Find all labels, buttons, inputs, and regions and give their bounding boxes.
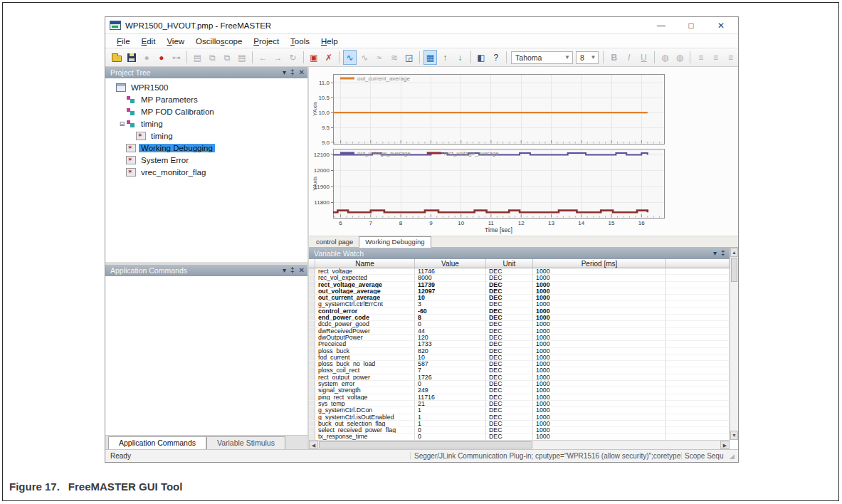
copy-icon[interactable]: ⧉	[205, 50, 219, 65]
tree-expander-icon[interactable]: ⊟	[118, 120, 126, 127]
row-selector[interactable]	[309, 315, 315, 321]
table-row[interactable]: ploss_buck820DEC1000	[309, 348, 730, 355]
row-selector[interactable]	[309, 335, 315, 341]
chevron-down-icon[interactable]: ▼	[560, 54, 570, 61]
menu-item-view[interactable]: View	[161, 36, 190, 47]
scroll-down-icon[interactable]: ▼	[730, 431, 738, 440]
tree-item-mp-parameters[interactable]: MP Parameters	[108, 93, 307, 105]
tree-item-vrec-monitor-flag[interactable]: vrec_monitor_flag	[108, 166, 307, 178]
row-selector[interactable]	[309, 387, 315, 394]
table-row[interactable]: system_error0DEC1000	[309, 381, 730, 387]
table-row[interactable]: g_systemCtrl.DCon1DEC1000	[309, 407, 730, 414]
menu-item-help[interactable]: Help	[315, 36, 344, 47]
table-row[interactable]: g_systemCtrl.isOutEnabled1DEC1000	[309, 414, 730, 421]
forward-icon[interactable]: →	[271, 50, 285, 65]
vertical-scroll-thumb[interactable]	[731, 258, 737, 282]
maximize-button[interactable]: □	[685, 21, 697, 31]
table-row[interactable]: ploss_buck_no_load587DEC1000	[309, 361, 730, 367]
row-selector[interactable]	[309, 275, 315, 281]
chevron-down-icon[interactable]: ▼	[586, 54, 596, 61]
column-header-unit[interactable]: Unit	[486, 259, 533, 268]
monitor-record-icon[interactable]: ▣	[307, 50, 321, 65]
bold-icon[interactable]: B	[607, 50, 621, 65]
scroll-right-icon[interactable]: ▶	[720, 441, 730, 449]
project-tree-close-icon[interactable]: ✕	[299, 67, 305, 78]
font-size-select[interactable]: 8▼	[576, 51, 599, 64]
table-row[interactable]: rect_voltage11746DEC1000	[309, 268, 730, 275]
print-icon[interactable]: ▤	[235, 50, 249, 65]
column-header-period-ms-[interactable]: Period [ms]	[533, 259, 666, 268]
row-selector[interactable]	[309, 374, 315, 381]
application-commands-pin-icon[interactable]: ‡	[290, 265, 295, 276]
table-row[interactable]: ploss_coil_rect7DEC1000	[309, 367, 730, 374]
tree-item-system-error[interactable]: System Error	[108, 154, 307, 166]
close-button[interactable]: ✕	[715, 21, 727, 31]
table-row[interactable]: select_received_power_flag0DEC1000	[309, 427, 730, 434]
table-row[interactable]: control_error-60DEC1000	[309, 308, 730, 315]
menu-item-tools[interactable]: Tools	[285, 36, 315, 47]
resize-grip-icon[interactable]: ◢	[730, 453, 738, 460]
table-row[interactable]: fod_current10DEC1000	[309, 355, 730, 361]
horizontal-scroll-thumb[interactable]	[319, 441, 532, 448]
row-selector[interactable]	[309, 355, 315, 361]
scope-save-icon[interactable]: ◲	[402, 50, 416, 65]
globe-background-icon[interactable]: ◍	[673, 50, 687, 65]
row-selector[interactable]	[309, 328, 315, 335]
table-row[interactable]: dwOutputPower120DEC1000	[309, 335, 730, 341]
row-selector[interactable]	[309, 361, 315, 367]
properties-icon[interactable]: ◧	[474, 50, 488, 65]
tree-item-mp-fod-calibration[interactable]: MP FOD Calibration	[108, 105, 307, 117]
column-header-name[interactable]: Name	[315, 259, 415, 268]
row-selector[interactable]	[309, 295, 315, 301]
reload-icon[interactable]: ↻	[285, 50, 300, 65]
menu-item-project[interactable]: Project	[248, 36, 285, 47]
table-row[interactable]: Preceiced1733DEC1000	[309, 341, 730, 347]
back-icon[interactable]: ←	[256, 50, 270, 65]
font-select[interactable]: Tahoma▼	[511, 51, 573, 64]
menu-item-file[interactable]: File	[111, 36, 136, 47]
menu-item-oscilloscope[interactable]: Oscilloscope	[190, 36, 248, 47]
row-selector[interactable]	[309, 407, 315, 414]
scope-run-icon[interactable]: ∿	[343, 50, 357, 65]
table-row[interactable]: sys_temp21DEC1000	[309, 401, 730, 407]
row-selector[interactable]	[309, 421, 315, 427]
tree-item-wpr1500[interactable]: WPR1500	[108, 81, 307, 93]
align-left-icon[interactable]: ≡	[694, 50, 708, 65]
align-center-icon[interactable]: ≡	[709, 50, 723, 65]
row-selector[interactable]	[309, 367, 315, 374]
table-row[interactable]: rect_voltage_average11739DEC1000	[309, 282, 730, 288]
row-selector[interactable]	[309, 268, 315, 275]
table-row[interactable]: out_current_average10DEC1000	[309, 295, 730, 301]
paste-icon[interactable]: ⧉	[220, 50, 234, 65]
variable-watch-pin-icon[interactable]: ‡	[721, 248, 725, 259]
scope-snapshot-icon[interactable]: ≈	[372, 50, 386, 65]
table-row[interactable]: signal_strength249DEC1000	[309, 387, 730, 394]
italic-icon[interactable]: I	[622, 50, 636, 65]
tab-application-commands[interactable]: Application Commands	[108, 436, 206, 449]
save-project-icon[interactable]	[125, 50, 139, 65]
minimize-button[interactable]: —	[656, 21, 667, 31]
scope-tab-control-page[interactable]: control page	[310, 237, 359, 247]
row-selector[interactable]	[309, 301, 315, 308]
scope-stop-icon[interactable]: ∿	[357, 50, 372, 65]
project-blocks-icon[interactable]: ▤	[191, 50, 205, 65]
row-selector[interactable]	[309, 381, 315, 387]
row-selector[interactable]	[309, 348, 315, 355]
tree-item-timing[interactable]: timing	[108, 130, 307, 142]
project-tree-pin-icon[interactable]: ‡	[290, 67, 295, 78]
open-project-icon[interactable]	[110, 50, 125, 65]
horizontal-scrollbar[interactable]: ◀ ▶	[309, 440, 730, 449]
connect-icon[interactable]: ⊶	[169, 50, 184, 65]
application-commands-collapse-icon[interactable]: ▾	[283, 265, 286, 276]
table-row[interactable]: dcdc_power_good0DEC1000	[309, 321, 730, 327]
table-row[interactable]: g_systemCtrl.ctrlErrCnt3DEC1000	[309, 301, 730, 308]
scope-clear-icon[interactable]: ≋	[387, 50, 401, 65]
underline-icon[interactable]: U	[637, 50, 651, 65]
row-selector[interactable]	[309, 414, 315, 421]
table-row[interactable]: end_power_code8DEC1000	[309, 315, 730, 321]
tree-item-timing[interactable]: ⊟timing	[108, 117, 307, 130]
variable-watch-collapse-icon[interactable]: ▾	[713, 248, 717, 259]
row-selector[interactable]	[309, 434, 315, 440]
tab-variable-stimulus[interactable]: Variable Stimulus	[206, 436, 285, 449]
table-row[interactable]: tx_response_time0DEC1000	[309, 434, 730, 440]
